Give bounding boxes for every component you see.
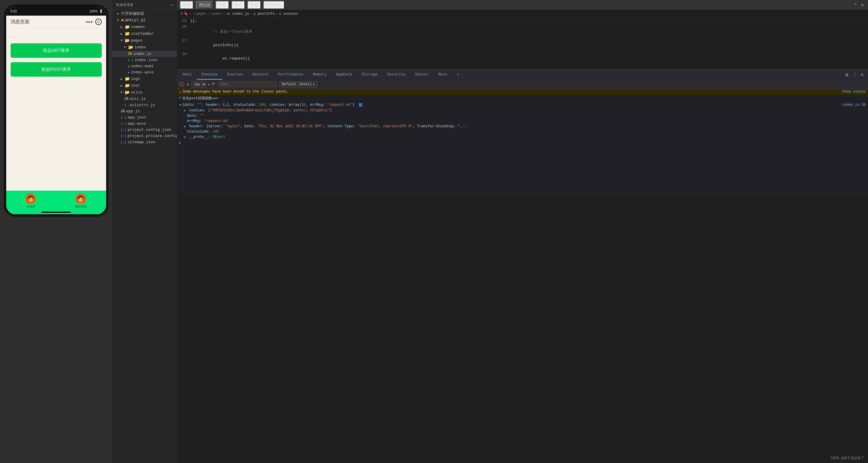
header-expand-arrow[interactable]: ▶ [184,125,186,128]
console-clear-icon[interactable]: 🚫 [179,82,184,87]
tab-console[interactable]: Console [197,70,222,79]
folder-icontabbar[interactable]: ▶ 📁 iconTabBar [112,30,177,37]
code-line-25: 25 }}, [177,19,868,25]
file-index-js[interactable]: JS index.js [112,51,177,57]
folder-index[interactable]: ▼ 📂 index [112,44,177,51]
proto-expand-arrow[interactable]: ▶ [184,135,186,138]
file-index-wxss[interactable]: ◈ index.wxss [112,69,177,75]
tab-sources[interactable]: Sources [222,70,248,79]
file-project-private-config[interactable]: {·} project.private.config.js... [112,133,177,139]
console-network-icon[interactable]: ⊙ [187,82,189,87]
phone-nav-bar: 消息页面 [6,15,106,28]
code-line-27: 27 postInfo(){ [177,39,868,52]
file-app-json[interactable]: {·} app.json [112,114,177,121]
file-eslintrc[interactable]: ⚙ .eslintrc.js [112,102,177,108]
console-collapse-indicator[interactable]: ▶ [177,139,868,145]
root-folder[interactable]: ▼ ■ APPLET_02 [112,17,177,24]
terminal-button[interactable]: 终端 [247,1,261,9]
phone-time: 0:03 [11,9,17,13]
file-project-config[interactable]: {·} project.config.json [112,127,177,133]
scope-dropdown-icon: ▾ [208,82,210,87]
breadcrumb-callback: ◉ success [279,12,298,16]
breadcrumb-file: JS index.js [226,12,249,16]
breadcrumb-back-icon[interactable]: ← [189,12,191,16]
file-explorer-panel: 资源管理器 ⋯ ▶ 打开的编辑器 ▼ ■ APPLET_02 ▶ 📁 commo… [112,0,177,463]
file-sitemap[interactable]: {·} sitemap.json [112,139,177,145]
tab-more[interactable]: » [452,70,464,79]
scope-selector[interactable]: top [191,81,206,88]
cookies-expand-arrow[interactable]: ▶ [184,109,186,112]
console-filter-input[interactable] [218,81,277,87]
console-nested-header: ▶ header: {Server: "nginx", Date: "Thu, … [177,124,868,129]
tab-performance[interactable]: Performance [273,70,308,79]
file-app-js[interactable]: JS app.js [112,108,177,114]
close-devtools-icon[interactable]: ✕ [860,2,865,8]
levels-dropdown-arrow: ▾ [313,82,315,87]
folder-utils[interactable]: ▼ 📂 utils [112,89,177,96]
folder-logs[interactable]: ▶ 📁 logs [112,75,177,82]
home-indicator [41,211,71,213]
phone-content-area: 消息页面 - - - 发起GET请求 发起POST请求 [6,15,106,200]
breadcrumb-forward-icon[interactable]: → [192,12,195,16]
devtools-panel: Wxml Console Sources Network Performance… [177,69,868,196]
debugger-button[interactable]: 调试器 [196,1,213,9]
dot-icon-1 [86,21,88,23]
root-folder-arrow: ▼ [117,19,120,22]
index-arrow: ▼ [124,46,127,49]
utils-label: utils [131,90,143,95]
folder-common[interactable]: ▶ 📁 common [112,24,177,30]
console-log-object[interactable]: ▼ {data: "", header: {…}, statusCode: 20… [177,102,868,107]
code-quality-button[interactable]: 代码质量 [263,1,284,9]
index-wxml-label: index.wxml [131,64,154,68]
file-index-json[interactable]: {·} index.json [112,57,177,63]
object-expand-arrow: ▼ [179,104,182,105]
tab-storage[interactable]: Storage [357,70,382,79]
default-levels-dropdown[interactable]: Default levels ▾ [279,81,317,88]
tab-appdata[interactable]: AppData [332,70,357,79]
pages-folder-icon: 📂 [125,38,130,43]
collapse-icon[interactable]: ⌃ [853,2,858,8]
tab-mock[interactable]: Mock [433,70,452,79]
project-private-icon: {·} [121,134,126,138]
file-index-wxml[interactable]: ◆ index.wxml [112,63,177,69]
test-label: test [131,84,140,88]
file-ref-index-js-36[interactable]: index.js:36 [842,103,866,107]
test-arrow: ▶ [121,84,124,88]
open-editors-section[interactable]: ▶ 打开的编辑器 [112,10,177,17]
tab-wxml[interactable]: Wxml [178,70,197,79]
devtools-more-icon[interactable]: ⋮ [851,72,858,78]
phone-main-content: - - - 发起GET请求 发起POST请求 [6,28,106,82]
file-panel-action-icons: ⋯ [171,2,173,7]
home-tab-label: 首选页 [26,204,35,209]
phone-tab-profile[interactable]: 🧑 我的页面 [75,193,87,209]
eye-icon[interactable]: 👁 [211,82,216,87]
tab-memory[interactable]: Memory [308,70,332,79]
folder-test[interactable]: ▶ 📁 test [112,82,177,89]
devtools-settings-icon[interactable]: ⚙ [844,72,849,78]
tab-network[interactable]: Network [248,70,273,79]
more-options-icon[interactable]: ⋯ [171,2,173,7]
wxml-file-icon: ◆ [128,64,130,68]
right-panel: 构建 调试器 问题 输出 终端 代码质量 ⌃ ✕ ≡ 🔖 ← → pages ›… [177,0,868,463]
tab-security[interactable]: Security [382,70,410,79]
phone-tab-home[interactable]: 🧑 首选页 [25,193,36,209]
folder-pages[interactable]: ▼ 📂 pages [112,37,177,44]
breadcrumb-bookmark-icon: 🔖 [184,11,188,16]
devtools-console-content: ⚠ Some messages have been moved to the I… [177,89,868,196]
file-app-wxss[interactable]: {·} app.wxss [112,121,177,127]
project-config-icon: {·} [121,128,126,132]
breadcrumb-bar: ≡ 🔖 ← → pages › index › JS index.js › ◉ … [177,10,868,18]
file-util-js[interactable]: JS util.js [112,96,177,102]
json-file-icon: {·} [128,58,133,62]
get-request-button[interactable]: 发起GET请求 [11,43,102,58]
app-json-label: app.json [128,115,146,120]
view-issues-link[interactable]: View issues [842,90,866,94]
build-button[interactable]: 构建 [180,1,193,9]
tab-sensor[interactable]: Sensor [410,70,433,79]
issues-button[interactable]: 问题 [216,1,229,9]
console-nested-cookies: ▶ cookies: ["PHPSESSID=c2m45n6b4reu2i7a0… [177,107,868,113]
output-button[interactable]: 输出 [231,1,245,9]
devtools-dock-icon[interactable]: ⊟ [860,72,865,77]
post-request-button[interactable]: 发起POST请求 [11,62,102,77]
open-editors-label: 打开的编辑器 [121,11,144,16]
